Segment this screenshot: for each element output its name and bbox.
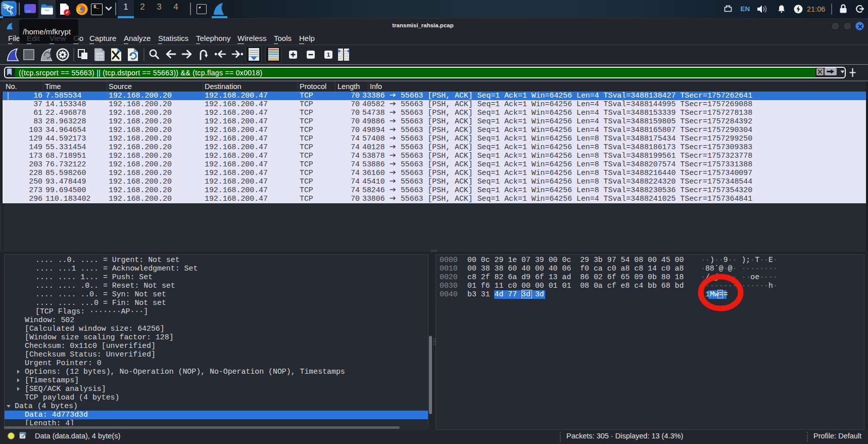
svg-text:0111: 0111	[96, 58, 104, 62]
